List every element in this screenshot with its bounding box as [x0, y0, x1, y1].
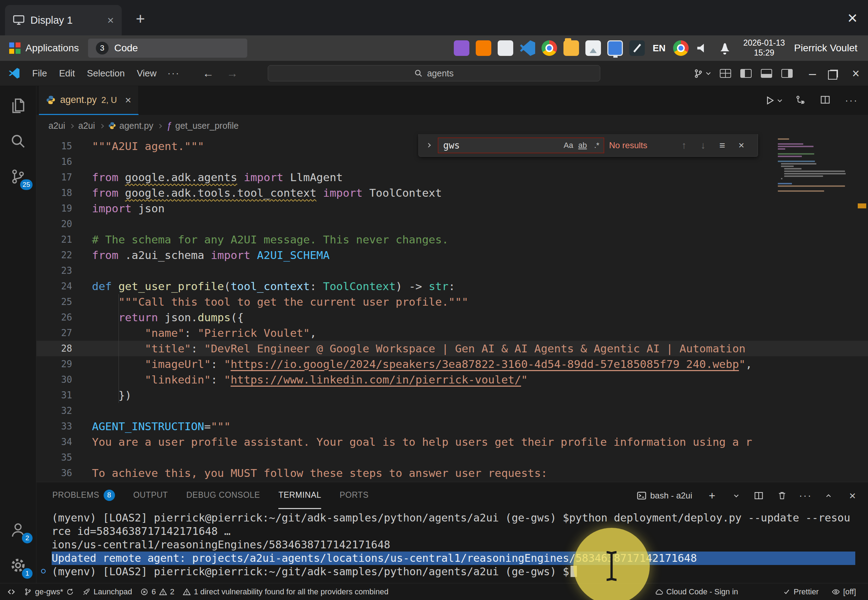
display-tray-icon[interactable] — [607, 40, 623, 56]
launchpad-status[interactable]: Launchpad — [78, 583, 136, 600]
code-text[interactable]: "imageUrl": "https://io.google/2024/spea… — [92, 356, 752, 372]
menu-more-icon[interactable]: ··· — [163, 68, 185, 79]
terminal-line[interactable]: rce id=5834638717142171648 … — [51, 525, 868, 538]
cloud-code-signin[interactable]: Cloud Code - Sign in — [650, 587, 742, 597]
toggle-secondary-sidebar-icon[interactable] — [781, 69, 792, 78]
code-text[interactable]: from google.adk.agents import LlmAgent — [92, 170, 343, 185]
panel-tab-problems[interactable]: PROBLEMS8 — [52, 482, 115, 509]
find-next-icon[interactable]: ↓ — [696, 138, 710, 153]
app-tray-icon-2[interactable] — [476, 40, 491, 56]
app-tray-icon-1[interactable] — [454, 40, 469, 56]
source-control-icon[interactable]: 25 — [0, 159, 36, 194]
app-tray-icon-3[interactable] — [498, 40, 513, 56]
run-python-file-button[interactable] — [765, 95, 780, 105]
code-text[interactable]: "linkedin": "https://www.linkedin.com/in… — [92, 372, 528, 387]
minimap[interactable] — [778, 138, 854, 193]
open-changes-icon[interactable] — [795, 95, 805, 106]
screencast-status[interactable]: [off] — [827, 587, 860, 597]
toggle-panel-icon[interactable] — [761, 69, 772, 78]
restore-window-icon[interactable] — [830, 70, 838, 77]
find-close-icon[interactable]: × — [734, 138, 749, 153]
vscode-tray-icon[interactable] — [520, 40, 535, 56]
toggle-replace-icon[interactable] — [424, 144, 433, 147]
code-text[interactable]: }) — [92, 387, 132, 403]
files-tray-icon[interactable] — [564, 40, 579, 56]
breadcrumb-item[interactable]: ƒget_user_profile — [166, 120, 238, 131]
code-text[interactable]: "name": "Pierrick Voulet", — [92, 325, 316, 341]
terminal-line[interactable]: (myenv) [LOAS2] pierrick@pierrick:~/git/… — [51, 511, 868, 525]
code-text[interactable]: def get_user_profile(tool_context: ToolC… — [92, 279, 455, 294]
code-text[interactable]: You are a user profile assistant. Your g… — [92, 434, 752, 450]
overview-ruler[interactable] — [855, 136, 868, 482]
new-display-tab-button[interactable]: + — [136, 10, 145, 27]
code-text[interactable]: return json.dumps({ — [92, 309, 244, 325]
split-terminal-icon[interactable] — [752, 489, 765, 502]
find-previous-icon[interactable]: ↑ — [677, 138, 691, 153]
chrome-tray-icon[interactable] — [541, 40, 557, 56]
whole-word-icon[interactable]: ab — [576, 141, 590, 150]
remote-indicator[interactable] — [3, 583, 20, 600]
terminal-dropdown-icon[interactable] — [729, 489, 742, 502]
tab-agent-py[interactable]: agent.py 2, U × — [39, 86, 139, 115]
menu-edit[interactable]: Edit — [53, 68, 81, 79]
new-terminal-icon[interactable]: + — [706, 489, 718, 502]
remote-display-tab[interactable]: Display 1 × — [5, 5, 122, 35]
breadcrumb-item[interactable]: a2ui — [78, 121, 95, 131]
terminal-output[interactable]: (myenv) [LOAS2] pierrick@pierrick:~/git/… — [36, 509, 868, 583]
code-text[interactable]: """Call this tool to get the current use… — [92, 294, 468, 309]
close-editor-tab-icon[interactable]: × — [125, 94, 132, 106]
panel-tab-output[interactable]: OUTPUT — [133, 482, 168, 509]
code-text[interactable]: from .a2ui_schema import A2UI_SCHEMA — [92, 247, 330, 263]
toggle-sidebar-icon[interactable] — [740, 69, 752, 78]
panel-tab-debug-console[interactable]: DEBUG CONSOLE — [186, 482, 260, 509]
applications-menu[interactable]: Applications — [3, 42, 85, 54]
regex-icon[interactable]: .* — [590, 141, 604, 150]
explorer-icon[interactable] — [0, 88, 36, 123]
close-display-tab-icon[interactable]: × — [107, 14, 114, 27]
code-text[interactable]: To achieve this, you MUST follow these s… — [92, 465, 547, 481]
volume-tray-icon[interactable] — [695, 40, 711, 56]
editor-more-actions-icon[interactable]: ··· — [845, 95, 858, 106]
clock[interactable]: 2026-01-13 15:29 — [743, 38, 785, 58]
settings-gear-icon[interactable]: 1 — [0, 548, 36, 583]
breadcrumb-item[interactable]: a2ui — [48, 121, 65, 131]
navigate-forward-icon[interactable]: → — [227, 67, 238, 80]
close-remote-window-icon[interactable]: × — [847, 8, 857, 27]
screenshot-tray-icon[interactable] — [585, 40, 601, 56]
git-branch-status[interactable]: ge-gws* — [20, 583, 78, 600]
code-text[interactable]: # The schema for any A2UI message. This … — [92, 232, 449, 247]
problems-status[interactable]: 6 2 — [136, 583, 178, 600]
window-button-code[interactable]: 3 Code — [88, 39, 247, 58]
find-query[interactable]: gws — [438, 140, 561, 151]
code-text[interactable]: from google.adk.tools.tool_context impor… — [92, 185, 442, 201]
menu-selection[interactable]: Selection — [81, 68, 131, 79]
code-editor[interactable]: 15"""A2UI agent."""1617from google.adk.a… — [36, 136, 868, 482]
code-text[interactable]: "title": "DevRel Engineer @ Google Works… — [92, 341, 746, 356]
command-center-search[interactable]: agents — [268, 65, 600, 81]
find-in-selection-icon[interactable]: ≡ — [715, 138, 729, 153]
notifications-tray-icon[interactable] — [717, 40, 732, 56]
menu-view[interactable]: View — [131, 68, 163, 79]
accounts-icon[interactable]: 2 — [0, 512, 36, 548]
search-sidebar-icon[interactable] — [0, 123, 36, 159]
breadcrumb-item[interactable]: agent.py — [108, 121, 154, 131]
code-text[interactable]: """A2UI agent.""" — [92, 138, 204, 154]
menu-file[interactable]: File — [26, 68, 53, 79]
chrome-tray-icon-2[interactable] — [673, 40, 689, 56]
find-input[interactable]: gws Aa ab .* — [438, 138, 604, 153]
minimize-window-icon[interactable]: – — [809, 66, 816, 81]
customize-layout-icon[interactable] — [720, 69, 731, 78]
terminal-line[interactable]: ions/us-central1/reasoningEngines/583463… — [51, 538, 868, 552]
panel-more-actions-icon[interactable]: ··· — [799, 489, 812, 502]
split-editor-icon[interactable] — [820, 95, 830, 106]
annotation-tray-icon[interactable] — [629, 40, 645, 56]
panel-tab-ports[interactable]: PORTS — [340, 482, 369, 509]
vulnerability-status[interactable]: 1 direct vulnerability found for all the… — [178, 583, 393, 600]
prettier-status[interactable]: Prettier — [779, 587, 823, 597]
maximize-panel-icon[interactable] — [823, 489, 835, 502]
terminal-line[interactable]: (myenv) [LOAS2] pierrick@pierrick:~/git/… — [51, 565, 868, 579]
keyboard-layout-indicator[interactable]: EN — [651, 40, 667, 56]
code-text[interactable]: AGENT_INSTRUCTION=""" — [92, 418, 231, 434]
close-window-icon[interactable]: × — [852, 66, 859, 81]
kill-terminal-icon[interactable] — [776, 489, 788, 502]
